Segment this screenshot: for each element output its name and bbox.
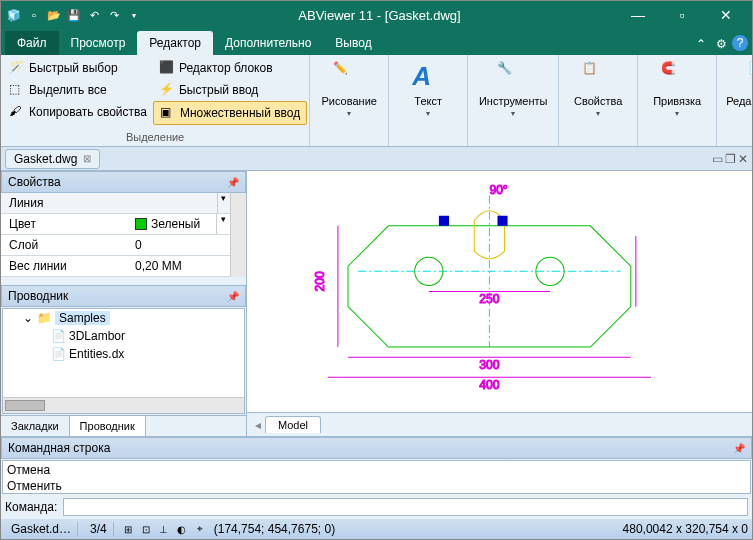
model-tab[interactable]: Model bbox=[265, 416, 321, 433]
open-icon[interactable]: 📂 bbox=[45, 6, 63, 24]
props-button[interactable]: 📋Свойства▾ bbox=[561, 57, 635, 122]
block-icon: ⬛ bbox=[159, 60, 175, 76]
quick-select-button[interactable]: 🪄Быстрый выбор bbox=[3, 57, 153, 79]
file-icon: 📄 bbox=[51, 329, 65, 343]
status-coords: (174,754; 454,7675; 0) bbox=[214, 522, 335, 536]
folder-icon: 📁 bbox=[37, 311, 51, 325]
help-icon[interactable]: ? bbox=[732, 35, 748, 51]
save-icon[interactable]: 💾 bbox=[65, 6, 83, 24]
mdi-restore-icon[interactable]: ❐ bbox=[725, 152, 736, 166]
color-swatch bbox=[135, 218, 147, 230]
tab-view[interactable]: Просмотр bbox=[59, 31, 138, 55]
pin-icon[interactable]: 📌 bbox=[733, 443, 745, 454]
document-tab[interactable]: Gasket.dwg⊠ bbox=[5, 149, 100, 169]
file-icon: 📄 bbox=[51, 347, 65, 361]
explorer-tree[interactable]: ⌄📁Samples 📄3DLambor 📄Entities.dx bbox=[2, 308, 245, 414]
snap-grid-icon[interactable]: ⊞ bbox=[120, 521, 136, 537]
collapse-icon[interactable]: ⌄ bbox=[23, 311, 33, 325]
dim-400: 400 bbox=[479, 378, 499, 392]
multi-icon: ▣ bbox=[160, 105, 176, 121]
svg-rect-5 bbox=[439, 216, 449, 226]
multi-input-button[interactable]: ▣Множественный ввод bbox=[153, 101, 307, 125]
pin-icon[interactable]: 📌 bbox=[227, 291, 239, 302]
explorer-tab[interactable]: Проводник bbox=[70, 416, 146, 436]
osnap-icon[interactable]: ⌖ bbox=[192, 521, 208, 537]
properties-header: Свойства📌 bbox=[1, 171, 246, 193]
tab-prev-icon[interactable]: ◂ bbox=[255, 418, 261, 432]
ortho-icon[interactable]: ⊥ bbox=[156, 521, 172, 537]
bookmarks-tab[interactable]: Закладки bbox=[1, 416, 70, 436]
snap-endpoint-icon[interactable]: ⊡ bbox=[138, 521, 154, 537]
edit-button[interactable]: 📄Редактировать▾ bbox=[719, 57, 753, 122]
redo-icon[interactable]: ↷ bbox=[105, 6, 123, 24]
wand-icon: 🪄 bbox=[9, 60, 25, 76]
text-button[interactable]: AТекст▾ bbox=[391, 57, 465, 122]
block-editor-button[interactable]: ⬛Редактор блоков bbox=[153, 57, 307, 79]
undo-icon[interactable]: ↶ bbox=[85, 6, 103, 24]
close-tab-icon[interactable]: ⊠ bbox=[83, 153, 91, 164]
dim-200: 200 bbox=[313, 271, 327, 291]
settings-icon[interactable]: ⚙ bbox=[712, 35, 730, 53]
snap-button[interactable]: 🧲Привязка▾ bbox=[640, 57, 714, 122]
file-menu[interactable]: Файл bbox=[5, 31, 59, 55]
tab-additional[interactable]: Дополнительно bbox=[213, 31, 323, 55]
tools-button[interactable]: 🔧Инструменты▾ bbox=[470, 57, 556, 122]
dim-300: 300 bbox=[479, 358, 499, 372]
svg-rect-6 bbox=[497, 216, 507, 226]
prop-lineweight-row[interactable]: Вес линии0,20 MM bbox=[1, 256, 230, 277]
window-title: ABViewer 11 - [Gasket.dwg] bbox=[143, 8, 616, 23]
entity-type-row[interactable]: Линия▾ bbox=[1, 193, 230, 214]
quick-input-button[interactable]: ⚡Быстрый ввод bbox=[153, 79, 307, 101]
status-file: Gasket.d… bbox=[5, 522, 78, 536]
props-scrollbar[interactable] bbox=[230, 193, 246, 277]
edit-clipboard-icon: 📄 bbox=[748, 61, 753, 93]
drawing-canvas[interactable]: 300 400 200 250 90° bbox=[247, 171, 752, 412]
tab-output[interactable]: Вывод bbox=[323, 31, 383, 55]
magnet-icon: 🧲 bbox=[661, 61, 693, 93]
qat-dropdown-icon[interactable]: ▾ bbox=[125, 6, 143, 24]
text-icon: A bbox=[412, 61, 444, 93]
dim-250: 250 bbox=[479, 292, 499, 306]
maximize-button[interactable]: ▫ bbox=[660, 1, 704, 29]
command-log: Отмена Отменить bbox=[2, 460, 751, 494]
app-icon: 🧊 bbox=[5, 6, 23, 24]
prop-layer-row[interactable]: Слой0 bbox=[1, 235, 230, 256]
explorer-header: Проводник📌 bbox=[1, 285, 246, 307]
clipboard-icon: 📋 bbox=[582, 61, 614, 93]
command-prompt: Команда: bbox=[5, 500, 57, 514]
tools-icon: 🔧 bbox=[497, 61, 529, 93]
prop-color-row[interactable]: ЦветЗеленый▾ bbox=[1, 214, 230, 235]
mdi-min-icon[interactable]: ▭ bbox=[712, 152, 723, 166]
select-all-button[interactable]: ⬚Выделить все bbox=[3, 79, 153, 101]
pencil-icon: ✏️ bbox=[333, 61, 365, 93]
brush-icon: 🖌 bbox=[9, 104, 25, 120]
ribbon-min-icon[interactable]: ⌃ bbox=[692, 35, 710, 53]
tab-editor[interactable]: Редактор bbox=[137, 31, 213, 55]
group-label: Выделение bbox=[3, 130, 307, 144]
command-header: Командная строка📌 bbox=[1, 437, 752, 459]
new-icon[interactable]: ▫ bbox=[25, 6, 43, 24]
tree-h-scrollbar[interactable] bbox=[3, 397, 244, 413]
close-button[interactable]: ✕ bbox=[704, 1, 748, 29]
copy-props-button[interactable]: 🖌Копировать свойства bbox=[3, 101, 153, 123]
dim-90deg: 90° bbox=[489, 183, 507, 197]
mdi-close-icon[interactable]: ✕ bbox=[738, 152, 748, 166]
pin-icon[interactable]: 📌 bbox=[227, 177, 239, 188]
bolt-icon: ⚡ bbox=[159, 82, 175, 98]
command-input[interactable] bbox=[63, 498, 748, 516]
drawing-button[interactable]: ✏️Рисование▾ bbox=[312, 57, 386, 122]
polar-icon[interactable]: ◐ bbox=[174, 521, 190, 537]
minimize-button[interactable]: — bbox=[616, 1, 660, 29]
select-all-icon: ⬚ bbox=[9, 82, 25, 98]
status-size: 480,0042 x 320,754 x 0 bbox=[623, 522, 748, 536]
status-page: 3/4 bbox=[84, 522, 114, 536]
